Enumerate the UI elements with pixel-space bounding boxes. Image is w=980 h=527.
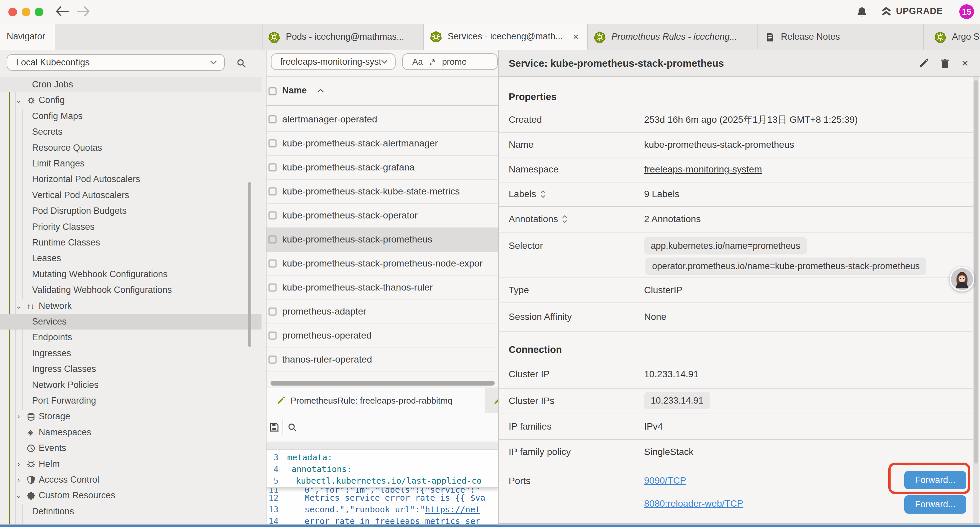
editor-tab-partial[interactable] — [486, 388, 498, 413]
namespace-selected-value: freeleaps-monitoring-system — [272, 57, 381, 67]
back-arrow-icon[interactable] — [56, 6, 69, 18]
row-checkbox[interactable] — [269, 164, 277, 172]
sidebar-group-config[interactable]: ⌄ Config — [0, 92, 261, 108]
service-detail-panel: Service: kube-prometheus-stack-prometheu… — [498, 50, 980, 524]
sidebar-item-leases[interactable]: Leases — [0, 250, 261, 266]
tab-navigator[interactable]: Navigator — [0, 24, 56, 50]
sidebar-item-cron-jobs[interactable]: Cron Jobs — [0, 77, 261, 92]
properties-heading: Properties — [509, 91, 556, 102]
table-row[interactable]: kube-prometheus-stack-prometheus-node-ex… — [267, 252, 498, 276]
row-checkbox[interactable] — [269, 260, 277, 267]
sidebar-item-mutating-webhook-configurations[interactable]: Mutating Webhook Configurations — [0, 266, 261, 282]
name-column-header[interactable]: Name — [282, 85, 307, 96]
sort-ascending-icon[interactable] — [317, 89, 324, 93]
sidebar-item-resource-quotas[interactable]: Resource Quotas — [0, 140, 261, 156]
sidebar-item-limit-ranges[interactable]: Limit Ranges — [0, 156, 261, 172]
row-checkbox[interactable] — [269, 212, 277, 220]
sidebar-item-events[interactable]: Events — [0, 440, 261, 456]
editor-tab-prometheusrule[interactable]: PrometheusRule: freeleaps-prod-rabbitmq — [267, 388, 485, 413]
sidebar-scrollbar-thumb[interactable] — [248, 182, 251, 347]
row-checkbox[interactable] — [269, 115, 277, 123]
detail-horizontal-scrollbar[interactable] — [498, 523, 980, 525]
selector-badge: operator.prometheus.io/name=kube-prometh… — [646, 258, 926, 275]
table-row-selected[interactable]: kube-prometheus-stack-prometheus — [267, 228, 498, 252]
editor-search-icon[interactable] — [287, 422, 297, 432]
table-row[interactable]: alertmanager-operated — [267, 107, 498, 132]
row-checkbox[interactable] — [269, 307, 277, 315]
bell-icon[interactable] — [856, 6, 868, 18]
row-checkbox[interactable] — [269, 236, 277, 244]
tab-release-notes[interactable]: Release Notes — [757, 24, 924, 50]
forward-button[interactable]: Forward... — [904, 495, 966, 514]
table-row[interactable]: kube-prometheus-stack-thanos-ruler — [267, 275, 498, 300]
sidebar-item-endpoints[interactable]: Endpoints — [0, 330, 261, 345]
sidebar-item-port-forwarding[interactable]: Port Forwarding — [0, 393, 261, 409]
sidebar-item-secrets[interactable]: Secrets — [0, 124, 261, 140]
table-row[interactable]: prometheus-operated — [267, 323, 498, 348]
tab-prometheus-rules[interactable]: Prometheus Rules - icecheng... — [588, 24, 757, 50]
tab-services[interactable]: Services - icecheng@math... × — [424, 24, 588, 50]
sort-toggle-icon[interactable] — [562, 215, 567, 223]
chevron-right-icon: › — [15, 472, 23, 488]
sidebar-item-config-maps[interactable]: Config Maps — [0, 108, 261, 124]
match-case-icon[interactable]: Aa — [412, 57, 423, 67]
edit-pencil-icon[interactable] — [918, 58, 929, 69]
horizontal-scrollbar-thumb[interactable] — [270, 381, 495, 385]
sidebar-group-helm[interactable]: › Helm — [0, 456, 261, 472]
close-panel-icon[interactable]: × — [962, 57, 972, 67]
runbook-url-link[interactable]: https://net — [425, 505, 480, 514]
row-checkbox[interactable] — [269, 355, 277, 363]
namespace-selector[interactable]: freeleaps-monitoring-system — [271, 53, 396, 70]
close-tab-icon[interactable]: × — [573, 31, 579, 42]
search-icon[interactable] — [236, 58, 246, 68]
sidebar-item-network-policies[interactable]: Network Policies — [0, 377, 261, 393]
save-icon[interactable] — [269, 422, 279, 432]
sidebar-item-ingresses[interactable]: Ingresses — [0, 345, 261, 361]
sidebar-item-vertical-pod-autoscalers[interactable]: Vertical Pod Autoscalers — [0, 188, 261, 203]
traffic-light-close[interactable] — [8, 8, 17, 16]
traffic-light-zoom[interactable] — [35, 8, 43, 16]
row-checkbox[interactable] — [269, 331, 277, 339]
table-row[interactable]: kube-prometheus-stack-alertmanager — [267, 131, 498, 156]
port-link[interactable]: 9090/TCP — [644, 475, 686, 486]
sidebar-item-definitions[interactable]: Definitions — [0, 504, 261, 519]
sidebar-item-namespaces[interactable]: ◈ Namespaces — [0, 425, 261, 440]
table-row[interactable]: kube-prometheus-stack-kube-state-metrics — [267, 180, 498, 204]
notifications-badge[interactable]: 15 — [959, 4, 974, 19]
tab-argo[interactable]: Argo Se — [924, 24, 980, 50]
sidebar-group-network[interactable]: ⌄ ↑↓ Network — [0, 298, 261, 314]
sidebar-item-services[interactable]: Services — [0, 314, 261, 330]
kubeconfig-selector[interactable]: Local Kubeconfigs — [7, 54, 225, 71]
sidebar-group-storage[interactable]: › Storage — [0, 409, 261, 424]
sort-toggle-icon[interactable] — [540, 190, 546, 198]
name-filter-input[interactable]: Aa .* prome — [402, 53, 498, 70]
tab-pods[interactable]: Pods - icecheng@mathmas... — [262, 24, 424, 50]
traffic-light-minimize[interactable] — [22, 8, 30, 16]
trash-icon[interactable] — [940, 58, 950, 69]
table-row[interactable]: kube-prometheus-stack-grafana — [267, 155, 498, 180]
sidebar-group-custom-resources[interactable]: ⌄ Custom Resources — [0, 488, 261, 503]
row-checkbox[interactable] — [269, 188, 277, 196]
port-link[interactable]: 8080:reloader-web/TCP — [644, 498, 743, 509]
sidebar-item-validating-webhook-configurations[interactable]: Validating Webhook Configurations — [0, 282, 261, 298]
table-row[interactable]: prometheus-adapter — [267, 299, 498, 324]
yaml-editor[interactable]: 110","for":"1m","labels":{"service":" 12… — [267, 450, 498, 524]
sidebar-item-ingress-classes[interactable]: Ingress Classes — [0, 361, 261, 377]
namespace-link[interactable]: freeleaps-monitoring-system — [644, 157, 762, 182]
regex-icon[interactable]: .* — [430, 57, 435, 67]
upgrade-button[interactable]: UPGRADE — [881, 6, 943, 16]
row-checkbox[interactable] — [269, 139, 277, 147]
avatar[interactable] — [950, 267, 974, 291]
sidebar-item-pod-disruption-budgets[interactable]: Pod Disruption Budgets — [0, 203, 261, 219]
sidebar-item-priority-classes[interactable]: Priority Classes — [0, 219, 261, 235]
table-row[interactable]: kube-prometheus-stack-operator — [267, 204, 498, 228]
sidebar-item-horizontal-pod-autoscalers[interactable]: Horizontal Pod Autoscalers — [0, 172, 261, 187]
toolbar-separator — [283, 419, 283, 436]
select-all-checkbox[interactable] — [269, 88, 277, 96]
row-checkbox[interactable] — [269, 283, 277, 291]
sidebar-item-runtime-classes[interactable]: Runtime Classes — [0, 235, 261, 250]
sidebar-group-access-control[interactable]: › Access Control — [0, 472, 261, 488]
table-row[interactable]: thanos-ruler-operated — [267, 347, 498, 372]
detail-scrollbar-thumb[interactable] — [974, 80, 978, 463]
forward-arrow-icon[interactable] — [77, 6, 90, 18]
